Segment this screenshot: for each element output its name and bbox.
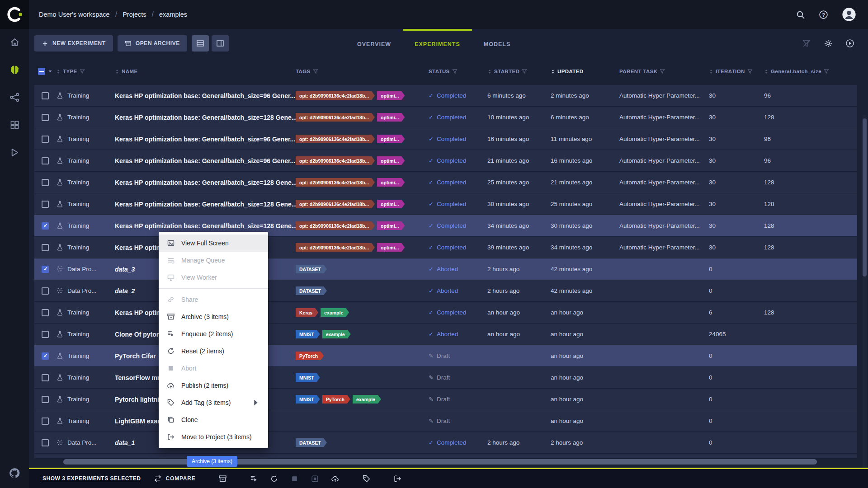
split-view-toggle[interactable] bbox=[212, 35, 229, 52]
new-experiment-button[interactable]: NEW EXPERIMENT bbox=[34, 35, 113, 52]
horizontal-scrollbar[interactable] bbox=[63, 459, 848, 465]
table-row[interactable]: TrainingPyTorch CifarPyTorch✎Draftan hou… bbox=[34, 345, 857, 367]
footer-abort-all-button[interactable] bbox=[311, 474, 319, 483]
gear-icon[interactable] bbox=[824, 39, 833, 48]
footer-abort-button[interactable] bbox=[290, 474, 299, 483]
breadcrumb-item[interactable]: Demo User's workspace bbox=[39, 11, 110, 18]
sort-icon[interactable] bbox=[115, 69, 119, 75]
row-checkbox[interactable] bbox=[42, 374, 49, 381]
context-menu-item[interactable]: Archive (3 items) bbox=[159, 308, 268, 325]
context-menu-item[interactable]: Add Tag (3 items) bbox=[159, 394, 268, 411]
row-checkbox[interactable] bbox=[42, 114, 49, 121]
vertical-scrollbar[interactable] bbox=[863, 115, 867, 485]
column-header-type[interactable]: TYPE bbox=[56, 69, 115, 75]
table-row[interactable]: TrainingKeras HP optimopt: d2b90906136c4… bbox=[34, 237, 857, 258]
column-header-iteration[interactable]: ITERATION bbox=[709, 69, 764, 75]
table-row[interactable]: Data Pro...data_2DATASET✓Aborted2 hours … bbox=[34, 280, 857, 302]
row-checkbox[interactable] bbox=[42, 287, 49, 295]
context-menu-item[interactable]: Reset (2 items) bbox=[159, 343, 268, 360]
sort-icon[interactable] bbox=[764, 69, 769, 75]
table-row[interactable]: Data Pro...data_1DATASET✓Completed2 hour… bbox=[34, 432, 857, 454]
sort-icon[interactable] bbox=[551, 69, 555, 75]
row-checkbox[interactable] bbox=[42, 331, 49, 338]
clear-filters-icon[interactable] bbox=[802, 39, 811, 48]
avatar[interactable] bbox=[842, 7, 856, 22]
column-header-status[interactable]: STATUS bbox=[429, 69, 487, 74]
footer-archive-button[interactable] bbox=[218, 474, 227, 483]
chevron-down-icon[interactable] bbox=[48, 69, 52, 74]
breadcrumb-item[interactable]: examples bbox=[159, 11, 187, 18]
clearml-logo[interactable] bbox=[0, 0, 29, 29]
filter-icon[interactable] bbox=[80, 69, 85, 74]
sort-icon[interactable] bbox=[56, 69, 61, 75]
column-header-batch-size[interactable]: General.batch_size bbox=[764, 69, 857, 75]
row-checkbox[interactable] bbox=[42, 396, 49, 403]
filter-icon[interactable] bbox=[747, 69, 753, 74]
column-header-name[interactable]: NAME bbox=[115, 69, 296, 75]
sidebar-item-home[interactable] bbox=[9, 37, 20, 47]
filter-icon[interactable] bbox=[660, 69, 665, 74]
show-selected-link[interactable]: SHOW 3 EXPERIMENTS SELECTED bbox=[42, 475, 141, 482]
table-row[interactable]: TrainingPytorch lightninMNISTPyTorchexam… bbox=[34, 389, 857, 410]
row-checkbox[interactable] bbox=[42, 179, 49, 186]
row-checkbox[interactable] bbox=[42, 92, 49, 99]
table-row[interactable]: TrainingKeras HP optimization base: Gene… bbox=[34, 128, 857, 150]
table-row[interactable]: TrainingKeras HP optimization base: Gene… bbox=[34, 107, 857, 128]
compare-button[interactable]: COMPARE bbox=[154, 474, 196, 483]
row-checkbox[interactable] bbox=[42, 418, 49, 425]
footer-move-button[interactable] bbox=[393, 474, 402, 483]
footer-tag-button[interactable] bbox=[362, 474, 371, 483]
sidebar-item-datasets[interactable] bbox=[9, 120, 20, 130]
github-icon[interactable] bbox=[9, 467, 20, 479]
row-checkbox[interactable] bbox=[42, 266, 49, 273]
sidebar-item-pipelines[interactable] bbox=[9, 92, 20, 103]
footer-publish-button[interactable] bbox=[331, 474, 340, 483]
table-row[interactable]: Data Pro...data_3DATASET✓Aborted2 hours … bbox=[34, 258, 857, 280]
row-checkbox[interactable] bbox=[42, 136, 49, 143]
column-header-parent-task[interactable]: PARENT TASK bbox=[619, 69, 709, 74]
table-row[interactable]: TrainingTensorFlow mniMNIST✎Draftan hour… bbox=[34, 367, 857, 389]
context-menu-item[interactable]: Clone bbox=[159, 411, 268, 428]
row-checkbox[interactable] bbox=[42, 439, 49, 446]
context-menu-item[interactable]: Publish (2 items) bbox=[159, 377, 268, 394]
table-row[interactable]: TrainingKeras HP optimization base: Gene… bbox=[34, 193, 857, 215]
row-checkbox[interactable] bbox=[42, 201, 49, 208]
row-checkbox[interactable] bbox=[42, 244, 49, 251]
search-icon[interactable] bbox=[796, 10, 805, 19]
filter-icon[interactable] bbox=[522, 69, 527, 74]
open-archive-button[interactable]: OPEN ARCHIVE bbox=[118, 35, 187, 52]
table-view-toggle[interactable] bbox=[192, 35, 209, 52]
sort-icon[interactable] bbox=[709, 69, 713, 75]
table-row[interactable]: TrainingKeras HP optimization base: Gene… bbox=[34, 215, 857, 237]
table-row[interactable]: TrainingKeras HP optimization base: Gene… bbox=[34, 172, 857, 193]
footer-reset-button[interactable] bbox=[270, 474, 278, 483]
tab-models[interactable]: MODELS bbox=[472, 29, 522, 58]
context-menu-item[interactable]: Enqueue (2 items) bbox=[159, 325, 268, 343]
select-all-checkbox[interactable] bbox=[38, 68, 45, 75]
table-row[interactable]: TrainingLightGBM exam✎Draftan hour ago0 bbox=[34, 410, 857, 432]
sort-icon[interactable] bbox=[487, 69, 492, 75]
row-checkbox[interactable] bbox=[42, 222, 49, 230]
help-icon[interactable]: ? bbox=[819, 10, 828, 19]
column-header-tags[interactable]: TAGS bbox=[296, 69, 429, 74]
filter-icon[interactable] bbox=[824, 69, 829, 74]
row-checkbox[interactable] bbox=[42, 352, 49, 360]
tab-overview[interactable]: OVERVIEW bbox=[345, 29, 403, 58]
column-header-updated[interactable]: UPDATED bbox=[551, 69, 619, 75]
table-row[interactable]: TrainingKeras HP optimization base: Gene… bbox=[34, 85, 857, 107]
table-row[interactable]: TrainingKeras HP optimization base: Gene… bbox=[34, 150, 857, 172]
filter-icon[interactable] bbox=[452, 69, 458, 74]
filter-icon[interactable] bbox=[313, 69, 318, 74]
row-checkbox[interactable] bbox=[42, 309, 49, 316]
table-row[interactable]: TrainingClone Of pytorchMNISTexample✓Abo… bbox=[34, 324, 857, 345]
table-row[interactable]: TrainingKeras HP optimKerasexample✓Compl… bbox=[34, 302, 857, 324]
breadcrumb-item[interactable]: Projects bbox=[123, 11, 146, 18]
sidebar-item-reports[interactable] bbox=[9, 147, 20, 158]
column-header-started[interactable]: STARTED bbox=[487, 69, 551, 75]
sidebar-item-projects[interactable] bbox=[9, 65, 20, 75]
tab-experiments[interactable]: EXPERIMENTS bbox=[403, 29, 472, 58]
autorefresh-icon[interactable] bbox=[845, 39, 854, 48]
row-checkbox[interactable] bbox=[42, 157, 49, 164]
context-menu-item[interactable]: View Full Screen bbox=[159, 235, 268, 252]
footer-enqueue-button[interactable] bbox=[250, 474, 258, 483]
